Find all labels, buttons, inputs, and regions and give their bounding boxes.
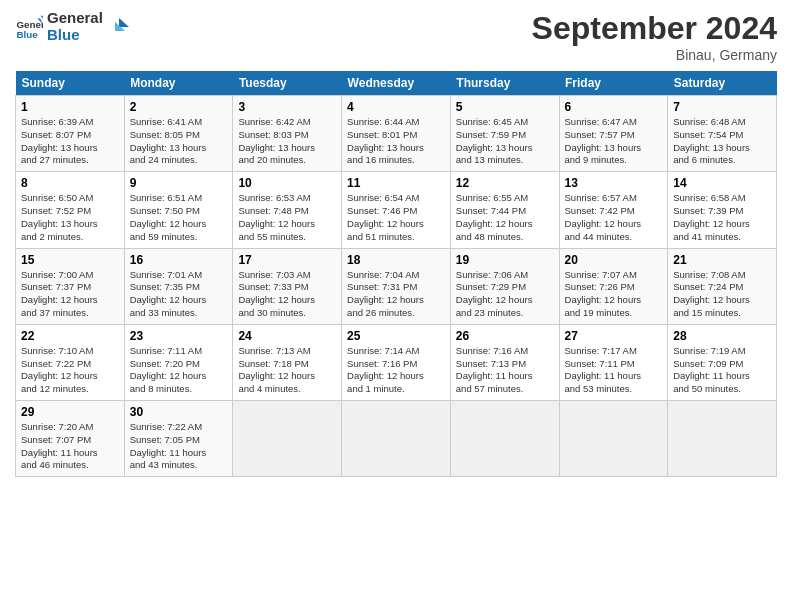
cell-info: Sunrise: 6:47 AMSunset: 7:57 PMDaylight:… [565,116,642,165]
cell-info: Sunrise: 6:44 AMSunset: 8:01 PMDaylight:… [347,116,424,165]
day-number: 11 [347,176,445,190]
cell-info: Sunrise: 6:55 AMSunset: 7:44 PMDaylight:… [456,192,533,241]
day-number: 8 [21,176,119,190]
day-number: 14 [673,176,771,190]
cell-info: Sunrise: 6:41 AMSunset: 8:05 PMDaylight:… [130,116,207,165]
table-row: 25Sunrise: 7:14 AMSunset: 7:16 PMDayligh… [342,324,451,400]
table-row [342,401,451,477]
cell-info: Sunrise: 6:48 AMSunset: 7:54 PMDaylight:… [673,116,750,165]
cell-info: Sunrise: 7:00 AMSunset: 7:37 PMDaylight:… [21,269,98,318]
day-number: 2 [130,100,228,114]
cell-info: Sunrise: 7:10 AMSunset: 7:22 PMDaylight:… [21,345,98,394]
table-row: 27Sunrise: 7:17 AMSunset: 7:11 PMDayligh… [559,324,668,400]
table-row [233,401,342,477]
day-number: 21 [673,253,771,267]
table-row: 19Sunrise: 7:06 AMSunset: 7:29 PMDayligh… [450,248,559,324]
day-number: 16 [130,253,228,267]
logo-arrow-icon [107,16,129,38]
cell-info: Sunrise: 6:58 AMSunset: 7:39 PMDaylight:… [673,192,750,241]
table-row [450,401,559,477]
table-row: 6Sunrise: 6:47 AMSunset: 7:57 PMDaylight… [559,96,668,172]
day-number: 19 [456,253,554,267]
logo-blue: Blue [47,27,103,44]
table-row: 15Sunrise: 7:00 AMSunset: 7:37 PMDayligh… [16,248,125,324]
cell-info: Sunrise: 7:13 AMSunset: 7:18 PMDaylight:… [238,345,315,394]
day-number: 23 [130,329,228,343]
logo: General Blue General Blue [15,10,129,43]
cell-info: Sunrise: 7:20 AMSunset: 7:07 PMDaylight:… [21,421,98,470]
table-row: 4Sunrise: 6:44 AMSunset: 8:01 PMDaylight… [342,96,451,172]
table-row: 3Sunrise: 6:42 AMSunset: 8:03 PMDaylight… [233,96,342,172]
day-number: 25 [347,329,445,343]
table-row: 23Sunrise: 7:11 AMSunset: 7:20 PMDayligh… [124,324,233,400]
cell-info: Sunrise: 7:03 AMSunset: 7:33 PMDaylight:… [238,269,315,318]
day-number: 13 [565,176,663,190]
day-number: 17 [238,253,336,267]
day-number: 7 [673,100,771,114]
col-saturday: Saturday [668,71,777,96]
day-number: 9 [130,176,228,190]
table-row: 24Sunrise: 7:13 AMSunset: 7:18 PMDayligh… [233,324,342,400]
table-row: 5Sunrise: 6:45 AMSunset: 7:59 PMDaylight… [450,96,559,172]
day-number: 3 [238,100,336,114]
cell-info: Sunrise: 7:17 AMSunset: 7:11 PMDaylight:… [565,345,642,394]
day-number: 22 [21,329,119,343]
cell-info: Sunrise: 6:42 AMSunset: 8:03 PMDaylight:… [238,116,315,165]
cell-info: Sunrise: 6:50 AMSunset: 7:52 PMDaylight:… [21,192,98,241]
cell-info: Sunrise: 6:57 AMSunset: 7:42 PMDaylight:… [565,192,642,241]
header: General Blue General Blue September 2024… [15,10,777,63]
cell-info: Sunrise: 7:07 AMSunset: 7:26 PMDaylight:… [565,269,642,318]
col-thursday: Thursday [450,71,559,96]
logo-general: General [47,10,103,27]
svg-text:Blue: Blue [16,29,38,40]
title-block: September 2024 Binau, Germany [532,10,777,63]
cell-info: Sunrise: 6:54 AMSunset: 7:46 PMDaylight:… [347,192,424,241]
day-number: 26 [456,329,554,343]
cell-info: Sunrise: 7:04 AMSunset: 7:31 PMDaylight:… [347,269,424,318]
table-row: 2Sunrise: 6:41 AMSunset: 8:05 PMDaylight… [124,96,233,172]
table-row: 18Sunrise: 7:04 AMSunset: 7:31 PMDayligh… [342,248,451,324]
day-number: 5 [456,100,554,114]
cell-info: Sunrise: 6:45 AMSunset: 7:59 PMDaylight:… [456,116,533,165]
day-number: 1 [21,100,119,114]
cell-info: Sunrise: 7:16 AMSunset: 7:13 PMDaylight:… [456,345,533,394]
page-container: General Blue General Blue September 2024… [0,0,792,487]
day-number: 29 [21,405,119,419]
col-friday: Friday [559,71,668,96]
day-number: 18 [347,253,445,267]
table-row [668,401,777,477]
cell-info: Sunrise: 7:08 AMSunset: 7:24 PMDaylight:… [673,269,750,318]
day-number: 10 [238,176,336,190]
table-row: 22Sunrise: 7:10 AMSunset: 7:22 PMDayligh… [16,324,125,400]
cell-info: Sunrise: 6:53 AMSunset: 7:48 PMDaylight:… [238,192,315,241]
table-row: 28Sunrise: 7:19 AMSunset: 7:09 PMDayligh… [668,324,777,400]
day-number: 24 [238,329,336,343]
week-row-4: 22Sunrise: 7:10 AMSunset: 7:22 PMDayligh… [16,324,777,400]
table-row: 21Sunrise: 7:08 AMSunset: 7:24 PMDayligh… [668,248,777,324]
table-row: 1Sunrise: 6:39 AMSunset: 8:07 PMDaylight… [16,96,125,172]
header-row: Sunday Monday Tuesday Wednesday Thursday… [16,71,777,96]
table-row: 14Sunrise: 6:58 AMSunset: 7:39 PMDayligh… [668,172,777,248]
calendar-table: Sunday Monday Tuesday Wednesday Thursday… [15,71,777,477]
day-number: 6 [565,100,663,114]
table-row: 16Sunrise: 7:01 AMSunset: 7:35 PMDayligh… [124,248,233,324]
table-row: 17Sunrise: 7:03 AMSunset: 7:33 PMDayligh… [233,248,342,324]
table-row: 9Sunrise: 6:51 AMSunset: 7:50 PMDaylight… [124,172,233,248]
table-row: 30Sunrise: 7:22 AMSunset: 7:05 PMDayligh… [124,401,233,477]
table-row: 10Sunrise: 6:53 AMSunset: 7:48 PMDayligh… [233,172,342,248]
cell-info: Sunrise: 7:01 AMSunset: 7:35 PMDaylight:… [130,269,207,318]
cell-info: Sunrise: 6:39 AMSunset: 8:07 PMDaylight:… [21,116,98,165]
table-row: 13Sunrise: 6:57 AMSunset: 7:42 PMDayligh… [559,172,668,248]
day-number: 15 [21,253,119,267]
table-row: 29Sunrise: 7:20 AMSunset: 7:07 PMDayligh… [16,401,125,477]
day-number: 12 [456,176,554,190]
week-row-5: 29Sunrise: 7:20 AMSunset: 7:07 PMDayligh… [16,401,777,477]
cell-info: Sunrise: 7:22 AMSunset: 7:05 PMDaylight:… [130,421,207,470]
table-row: 20Sunrise: 7:07 AMSunset: 7:26 PMDayligh… [559,248,668,324]
week-row-1: 1Sunrise: 6:39 AMSunset: 8:07 PMDaylight… [16,96,777,172]
col-sunday: Sunday [16,71,125,96]
day-number: 27 [565,329,663,343]
location: Binau, Germany [532,47,777,63]
table-row: 11Sunrise: 6:54 AMSunset: 7:46 PMDayligh… [342,172,451,248]
cell-info: Sunrise: 6:51 AMSunset: 7:50 PMDaylight:… [130,192,207,241]
